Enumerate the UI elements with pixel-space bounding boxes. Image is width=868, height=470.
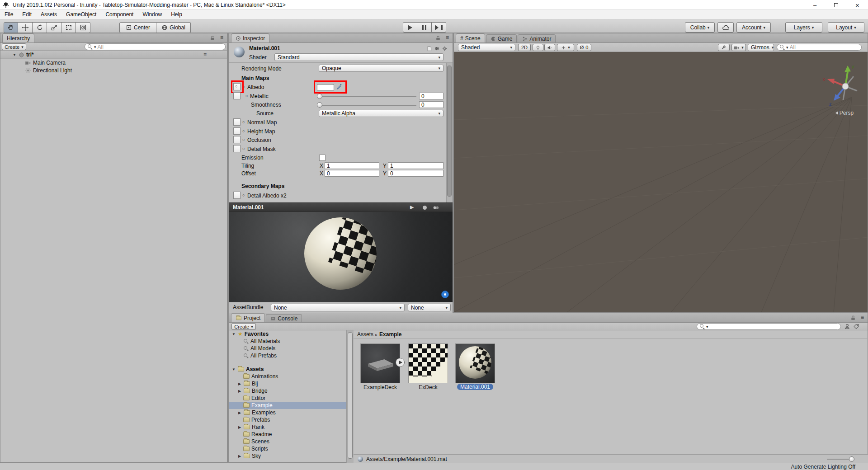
tree-all-materials[interactable]: All Materials (229, 338, 346, 345)
menu-assets[interactable]: Assets (36, 10, 61, 19)
inspector-scrollbar[interactable] (446, 63, 453, 202)
project-tree-scrollbar-thumb[interactable] (348, 332, 353, 459)
tree-favorites[interactable]: ▼ ★ Favorites (229, 330, 346, 338)
tree-all-models[interactable]: All Models (229, 345, 346, 352)
scale-tool-button[interactable] (47, 22, 61, 33)
metallic-slider-thumb[interactable] (317, 94, 322, 99)
tree-folder-sky[interactable]: ▶ Sky (229, 452, 346, 460)
tab-animator[interactable]: Animator (518, 34, 556, 42)
file-thumbnail-exdeck[interactable] (408, 343, 448, 383)
tree-folder-bij[interactable]: ▶ Bij (229, 380, 346, 387)
foldout-icon[interactable]: ▼ (231, 367, 236, 371)
foldout-icon[interactable]: ▼ (231, 332, 236, 336)
hierarchy-create-dropdown[interactable]: Create▾ (2, 43, 26, 50)
menu-edit[interactable]: Edit (18, 10, 36, 19)
smoothness-slider[interactable] (319, 105, 416, 106)
tree-folder-editor[interactable]: Editor (229, 395, 346, 402)
account-dropdown[interactable]: Account▾ (736, 22, 771, 33)
expand-arrow-icon[interactable]: ▶ (237, 425, 242, 429)
hierarchy-item-main-camera[interactable]: Main Camera (0, 59, 227, 66)
projection-mode-label[interactable]: Persp (821, 110, 868, 116)
menu-file[interactable]: File (0, 10, 18, 19)
thumbnail-size-slider-thumb[interactable] (849, 456, 854, 462)
2d-toggle-button[interactable]: 2D (518, 44, 531, 51)
play-button[interactable] (403, 22, 417, 33)
hierarchy-scene-row[interactable]: ▼ tri* ≡ (0, 51, 227, 59)
auto-generate-lighting-button[interactable]: Auto Generate Lighting Off (791, 464, 855, 470)
tree-folder-scripts[interactable]: Scripts (229, 445, 346, 452)
file-thumbnail-exampledeck[interactable] (360, 343, 400, 383)
layout-dropdown[interactable]: Layout▾ (828, 22, 864, 33)
move-tool-button[interactable] (18, 22, 33, 33)
gizmo-x-axis-cone[interactable] (827, 79, 835, 84)
expand-arrow-icon[interactable]: ▶ (237, 454, 242, 458)
scene-search-input[interactable]: ▾ All (777, 44, 862, 51)
project-tree-scrollbar[interactable] (346, 330, 354, 463)
tab-scene[interactable]: # Scene (456, 33, 485, 42)
lock-icon[interactable] (435, 35, 441, 41)
scene-audio-toggle[interactable] (544, 44, 555, 51)
presets-icon[interactable] (434, 46, 440, 52)
offset-y-field[interactable]: 0 (388, 170, 443, 177)
panel-menu-icon[interactable]: ≡ (861, 314, 864, 320)
lock-icon[interactable] (850, 315, 856, 321)
project-search-input[interactable]: ▾ (697, 323, 841, 330)
lock-icon[interactable] (210, 35, 215, 41)
pause-button[interactable] (417, 22, 432, 33)
shader-dropdown[interactable]: Standard (274, 53, 443, 61)
height-map-picker-icon[interactable]: ○ (242, 129, 245, 133)
breadcrumb-current[interactable]: Example (379, 331, 401, 338)
minimize-button[interactable]: – (804, 0, 826, 10)
rect-tool-button[interactable] (61, 22, 76, 33)
file-label-exampledeck[interactable]: ExampleDeck (360, 384, 400, 390)
rendering-mode-dropdown[interactable]: Opaque (319, 65, 443, 72)
preview-play-icon[interactable]: ▶ (410, 204, 414, 210)
metallic-picker-icon[interactable]: ○ (245, 94, 248, 98)
space-toggle-button[interactable]: Global (156, 22, 191, 33)
gizmo-y-axis-cone[interactable] (844, 66, 851, 72)
metallic-texture-slot[interactable] (233, 92, 241, 99)
hierarchy-item-directional-light[interactable]: Directional Light (0, 67, 227, 74)
smoothness-slider-thumb[interactable] (317, 102, 322, 108)
tree-folder-bridge[interactable]: ▶ Bridge (229, 387, 346, 395)
expand-arrow-icon[interactable]: ▶ (237, 411, 242, 415)
metallic-slider[interactable] (319, 96, 416, 97)
expand-arrow-icon[interactable]: ▶ (237, 382, 242, 386)
tree-folder-rank[interactable]: ▶ Rank (229, 423, 346, 431)
scene-camera-dropdown[interactable]: ▾ (731, 44, 746, 51)
normal-map-texture-slot[interactable] (233, 118, 241, 126)
tree-folder-examples[interactable]: ▶ Examples (229, 409, 346, 416)
tab-inspector[interactable]: Inspector (231, 33, 269, 42)
help-doc-icon[interactable] (426, 46, 432, 52)
smoothness-value-field[interactable]: 0 (419, 101, 443, 108)
metallic-value-field[interactable]: 0 (419, 93, 443, 99)
expand-arrow-icon[interactable]: ▶ (237, 389, 242, 393)
preview-header[interactable]: Material.001 ▶ (229, 202, 453, 212)
scene-lighting-toggle[interactable] (533, 44, 543, 51)
scene-foldout-icon[interactable]: ▼ (12, 53, 17, 57)
tab-console[interactable]: Console (266, 314, 302, 322)
pivot-toggle-button[interactable]: Center (119, 22, 156, 33)
tab-project[interactable]: Project (231, 313, 265, 322)
gear-icon[interactable] (442, 46, 448, 52)
source-dropdown[interactable]: Metallic Alpha (319, 110, 443, 117)
search-by-label-icon[interactable] (853, 324, 859, 329)
tiling-x-field[interactable]: 1 (325, 162, 379, 169)
file-thumbnail-material[interactable] (455, 343, 495, 383)
detail-albedo-texture-slot[interactable] (233, 192, 241, 199)
material-preview-area[interactable] (229, 212, 453, 302)
close-button[interactable]: × (847, 0, 868, 10)
normal-map-picker-icon[interactable]: ○ (242, 120, 245, 124)
layers-dropdown[interactable]: Layers▾ (785, 22, 822, 33)
scene-tools-button[interactable] (718, 44, 730, 51)
asset-labels-icon[interactable] (441, 291, 449, 298)
tree-all-prefabs[interactable]: All Prefabs (229, 352, 346, 359)
scene-visibility-toggle[interactable]: Ø 0 (577, 44, 591, 51)
tree-folder-animations[interactable]: Animations (229, 373, 346, 380)
assetbundle-variant-dropdown[interactable]: None (408, 304, 451, 311)
restore-button[interactable] (826, 0, 847, 10)
tiling-y-field[interactable]: 1 (388, 162, 443, 169)
hierarchy-search-input[interactable]: ▾ All (85, 43, 226, 50)
detail-mask-picker-icon[interactable]: ○ (242, 146, 245, 151)
project-create-dropdown[interactable]: Create▾ (231, 323, 256, 330)
